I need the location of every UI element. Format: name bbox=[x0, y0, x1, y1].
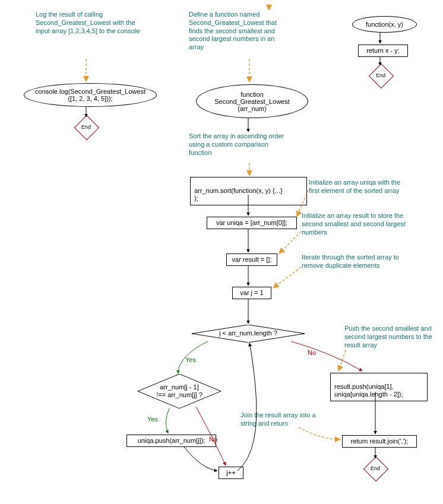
edge-label-cond2-yes: Yes bbox=[147, 416, 158, 423]
node-func-main-text: function Second_Greatest_Lowest (arr_num… bbox=[214, 91, 290, 112]
node-log-call-text: console.log(Second_Greatest_Lowest ([1, … bbox=[35, 88, 145, 102]
end-log: End bbox=[78, 119, 94, 135]
node-sort-call-text: arr_num.sort(function(x, y) {...} ); bbox=[194, 187, 283, 202]
node-push-result-text: result.push(uniqa[1], uniqa[uniqa.length… bbox=[334, 383, 403, 398]
annotation-uniqa: Initialize an array uniqa with the first… bbox=[309, 179, 407, 195]
node-uniqa: var uniqa = [arr_num[0]]; bbox=[207, 217, 297, 229]
node-return-xy: return x - y; bbox=[358, 45, 408, 57]
edge-label-cond1-yes: Yes bbox=[185, 356, 196, 363]
annotation-push-result: Push the second smallest and second larg… bbox=[344, 325, 439, 349]
node-result-text: var result = []; bbox=[232, 256, 272, 263]
end-cmp-text: End bbox=[376, 72, 385, 78]
annotation-func-main: Define a function named Second_Greatest_… bbox=[189, 11, 290, 52]
annotation-join: Join the result array into a string and … bbox=[241, 411, 330, 428]
node-log-call: console.log(Second_Greatest_Lowest ([1, … bbox=[24, 83, 157, 107]
edge-label-cond2-no: No bbox=[209, 436, 217, 443]
annotation-log-call: Log the result of calling Second_Greates… bbox=[36, 11, 143, 35]
node-return-xy-text: return x - y; bbox=[366, 47, 400, 54]
node-result: var result = []; bbox=[226, 253, 277, 266]
node-func-cmp: function(x, y) bbox=[352, 16, 417, 33]
node-push-uniqa: uniqa.push(arr_num[j]); bbox=[126, 435, 216, 447]
node-jpp: j++ bbox=[219, 467, 243, 479]
end-cmp: End bbox=[372, 67, 389, 84]
edge-label-cond1-no: No bbox=[308, 349, 316, 356]
end-main: End bbox=[367, 460, 384, 477]
node-jpp-text: j++ bbox=[226, 469, 235, 476]
node-push-uniqa-text: uniqa.push(arr_num[j]); bbox=[138, 437, 205, 444]
node-uniqa-text: var uniqa = [arr_num[0]]; bbox=[216, 219, 287, 226]
annotation-iterate: Iterate through the sorted array to remo… bbox=[302, 253, 406, 270]
node-push-result: result.push(uniqa[1], uniqa[uniqa.length… bbox=[330, 373, 428, 401]
node-var-j: var j = 1 bbox=[232, 287, 271, 299]
node-cond2-text: arr_num[j - 1] !== arr_num[j] ? bbox=[138, 383, 221, 399]
node-var-j-text: var j = 1 bbox=[240, 289, 263, 296]
node-return-join-text: return result.join(','); bbox=[351, 438, 409, 445]
node-cond1-text: j < arr_num.length ? bbox=[192, 329, 305, 337]
node-func-main: function Second_Greatest_Lowest (arr_num… bbox=[196, 84, 308, 118]
end-log-text: End bbox=[81, 124, 91, 130]
node-cond2: arr_num[j - 1] !== arr_num[j] ? bbox=[138, 374, 221, 408]
node-return-join: return result.join(','); bbox=[342, 435, 417, 448]
end-main-text: End bbox=[371, 465, 380, 471]
annotation-result: Initialize an array result to store the … bbox=[302, 212, 406, 236]
node-sort-call: arr_num.sort(function(x, y) {...} ); bbox=[190, 177, 307, 205]
node-cond1: j < arr_num.length ? bbox=[192, 325, 305, 343]
annotation-sort: Sort the array in ascending order using … bbox=[189, 132, 287, 157]
flowchart-canvas: { "annotations": { "a1": "Log the result… bbox=[0, 0, 443, 504]
node-func-cmp-text: function(x, y) bbox=[366, 21, 403, 28]
